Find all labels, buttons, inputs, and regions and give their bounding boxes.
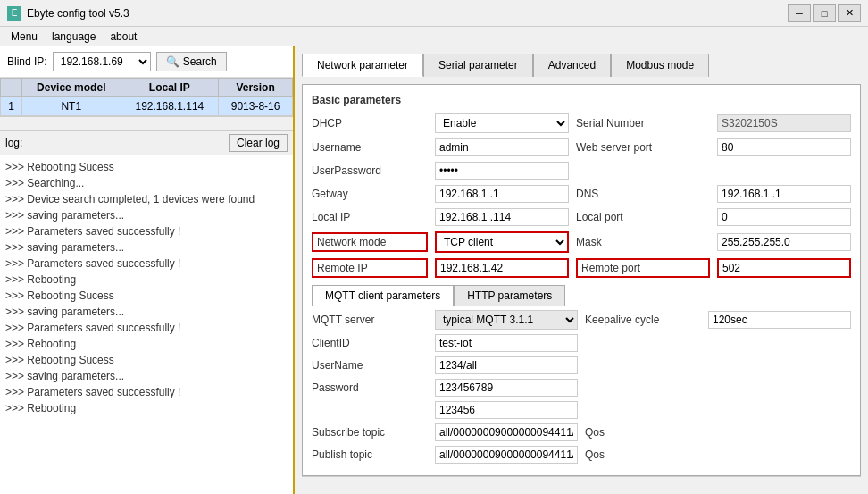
web-server-port-input[interactable] xyxy=(717,138,851,156)
remote-port-input[interactable] xyxy=(717,258,851,278)
mqtt-parameters-form: MQTT server typical MQTT 3.1.1 Keepalive… xyxy=(312,310,851,464)
search-icon: 🔍 xyxy=(166,55,179,68)
left-panel: Blind IP: 192.168.1.69 🔍 Search Device m… xyxy=(0,46,295,494)
username-input[interactable] xyxy=(435,138,569,156)
tab-serial-parameter[interactable]: Serial parameter xyxy=(423,54,533,77)
sub-tab-mqtt[interactable]: MQTT client parameters xyxy=(312,285,454,306)
serial-number-label: Serial Number xyxy=(576,117,710,130)
client-id-label: ClientID xyxy=(312,337,428,349)
window-controls: ─ □ ✕ xyxy=(788,4,861,22)
mqtt-server-select[interactable]: typical MQTT 3.1.1 xyxy=(435,310,578,330)
dns-input[interactable] xyxy=(717,185,851,203)
search-button-label: Search xyxy=(183,55,217,68)
col-header-ip: Local IP xyxy=(121,79,219,97)
table-hscrollbar[interactable] xyxy=(0,116,293,130)
log-line: >>> Rebooting Sucess xyxy=(5,159,288,175)
log-line: >>> Rebooting xyxy=(5,400,288,416)
row-version: 9013-8-16 xyxy=(219,97,293,116)
extra-input[interactable] xyxy=(435,401,578,419)
log-line: >>> saving parameters... xyxy=(5,207,288,223)
mask-input[interactable] xyxy=(717,233,851,251)
log-line: >>> Searching... xyxy=(5,175,288,191)
mqtt-server-label: MQTT server xyxy=(312,314,428,326)
local-port-input[interactable] xyxy=(717,208,851,226)
getway-input[interactable] xyxy=(435,185,569,203)
app-icon: E xyxy=(7,6,21,21)
panel-content: Basic parameters DHCP Enable Serial Numb… xyxy=(302,84,861,476)
tab-advanced[interactable]: Advanced xyxy=(533,54,611,77)
log-area: log: Clear log >>> Rebooting Sucess>>> S… xyxy=(0,130,293,494)
log-content: >>> Rebooting Sucess>>> Searching...>>> … xyxy=(0,155,293,494)
col-header-model: Device model xyxy=(22,79,121,97)
log-line: >>> Rebooting Sucess xyxy=(5,352,288,368)
app-title: Ebyte config tool v5.3 xyxy=(27,7,788,20)
minimize-button[interactable]: ─ xyxy=(788,4,811,22)
remote-port-label: Remote port xyxy=(576,258,710,278)
device-table-container: Device model Local IP Version 1 NT1 192.… xyxy=(0,78,293,116)
log-line: >>> saving parameters... xyxy=(5,368,288,384)
client-id-input[interactable] xyxy=(435,334,578,352)
user-password-label: UserPassword xyxy=(312,164,428,177)
sub-tab-bar: MQTT client parameters HTTP parameters xyxy=(312,285,851,306)
password-input[interactable] xyxy=(435,379,578,397)
publish-qos-label: Qos xyxy=(585,448,701,461)
local-port-label: Local port xyxy=(576,211,710,223)
log-line: >>> Rebooting xyxy=(5,336,288,352)
mqtt-username-input[interactable] xyxy=(435,356,578,374)
close-button[interactable]: ✕ xyxy=(838,4,861,22)
remote-ip-label: Remote IP xyxy=(312,258,428,278)
password-label: Password xyxy=(312,381,428,394)
network-mode-select[interactable]: TCP client xyxy=(435,231,569,253)
log-line: >>> Parameters saved successfully ! xyxy=(5,384,288,400)
col-header-num xyxy=(1,79,22,97)
mqtt-username-label: UserName xyxy=(312,359,428,372)
local-ip-input[interactable] xyxy=(435,208,569,226)
blind-ip-select[interactable]: 192.168.1.69 xyxy=(53,52,151,71)
bottom-scrollbar[interactable] xyxy=(302,476,861,487)
log-line: >>> saving parameters... xyxy=(5,239,288,255)
subscribe-topic-input[interactable] xyxy=(435,423,578,441)
blind-ip-label: Blind IP: xyxy=(7,55,47,68)
publish-topic-input[interactable] xyxy=(435,446,578,464)
log-line: >>> Parameters saved successfully ! xyxy=(5,255,288,272)
col-header-version: Version xyxy=(219,79,293,97)
mask-label: Mask xyxy=(576,236,710,248)
row-num: 1 xyxy=(1,97,22,116)
remote-ip-input[interactable] xyxy=(435,258,569,278)
tab-modbus-mode[interactable]: Modbus mode xyxy=(611,54,709,77)
device-table: Device model Local IP Version 1 NT1 192.… xyxy=(0,78,293,116)
right-panel: Network parameter Serial parameter Advan… xyxy=(295,46,868,494)
sub-tab-http[interactable]: HTTP parameters xyxy=(454,285,565,306)
basic-parameters-form: DHCP Enable Serial Number Username Web s… xyxy=(312,113,851,278)
subscribe-topic-label: Subscribe topic xyxy=(312,426,428,439)
log-line: >>> saving parameters... xyxy=(5,304,288,320)
publish-topic-label: Publish topic xyxy=(312,448,428,461)
serial-number-input[interactable] xyxy=(717,114,851,132)
menu-item-language[interactable]: language xyxy=(45,29,103,45)
menu-item-menu[interactable]: Menu xyxy=(4,29,45,45)
row-model: NT1 xyxy=(22,97,121,116)
log-line: >>> Device search completed, 1 devices w… xyxy=(5,191,288,207)
clear-log-button[interactable]: Clear log xyxy=(229,134,288,152)
search-button[interactable]: 🔍 Search xyxy=(156,52,227,71)
menu-item-about[interactable]: about xyxy=(103,29,144,45)
keepalive-input[interactable] xyxy=(708,311,851,329)
dhcp-select[interactable]: Enable xyxy=(435,113,569,133)
user-password-input[interactable] xyxy=(435,162,569,180)
subscribe-qos-label: Qos xyxy=(585,426,701,439)
main-content: Blind IP: 192.168.1.69 🔍 Search Device m… xyxy=(0,46,868,494)
log-line: >>> Rebooting xyxy=(5,272,288,288)
local-ip-label: Local IP xyxy=(312,211,428,223)
titlebar: E Ebyte config tool v5.3 ─ □ ✕ xyxy=(0,0,868,27)
tab-network-parameter[interactable]: Network parameter xyxy=(302,54,423,77)
log-line: >>> Parameters saved successfully ! xyxy=(5,320,288,336)
row-local-ip: 192.168.1.114 xyxy=(121,97,219,116)
maximize-button[interactable]: □ xyxy=(813,4,836,22)
log-header: log: Clear log xyxy=(0,131,293,155)
log-line: >>> Parameters saved successfully ! xyxy=(5,223,288,239)
dhcp-label: DHCP xyxy=(312,117,428,130)
web-server-port-label: Web server port xyxy=(576,141,710,154)
username-label: Username xyxy=(312,141,428,154)
dns-label: DNS xyxy=(576,188,710,200)
table-row[interactable]: 1 NT1 192.168.1.114 9013-8-16 xyxy=(1,97,293,116)
